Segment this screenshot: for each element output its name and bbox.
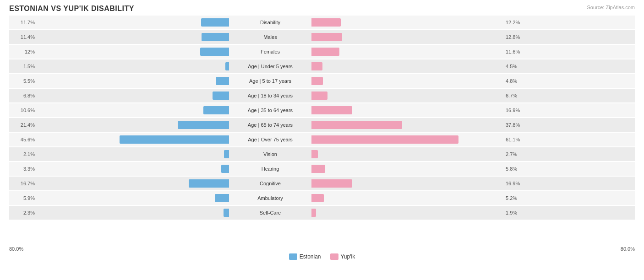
left-bar-container xyxy=(37,18,229,27)
right-bar xyxy=(311,18,341,27)
left-bar xyxy=(201,18,229,27)
left-bar-container xyxy=(37,106,229,114)
left-value: 21.4% xyxy=(9,122,37,128)
left-bar xyxy=(215,194,229,202)
row-label: Age | 18 to 34 years xyxy=(229,93,311,98)
left-value: 1.5% xyxy=(9,64,37,69)
right-bar xyxy=(311,62,322,70)
right-value: 11.6% xyxy=(504,49,531,54)
left-bar-container xyxy=(37,209,229,217)
right-bar xyxy=(311,92,327,100)
left-value: 2.1% xyxy=(9,151,37,157)
legend-label-estonian: Estonian xyxy=(300,253,321,260)
left-bar-container xyxy=(37,165,229,173)
x-axis: 80.0% 80.0% xyxy=(9,244,635,252)
chart-container: ESTONIAN VS YUP'IK DISABILITY Source: Zi… xyxy=(0,0,644,280)
chart-row: 45.6% Age | Over 75 years 61.1% xyxy=(9,133,635,146)
left-value: 11.7% xyxy=(9,20,37,25)
left-value: 5.9% xyxy=(9,195,37,201)
left-value: 2.3% xyxy=(9,210,37,215)
x-label-right: 80.0% xyxy=(621,246,635,252)
right-bar-container xyxy=(311,106,504,114)
chart-row: 11.4% Males 12.8% xyxy=(9,30,635,44)
left-bar xyxy=(200,48,229,56)
left-bar xyxy=(216,77,229,85)
right-bar-container xyxy=(311,48,504,56)
legend-color-yupik xyxy=(330,253,338,260)
left-bar-container xyxy=(37,92,229,100)
chart-row: 10.6% Age | 35 to 64 years 16.9% xyxy=(9,103,635,117)
right-value: 61.1% xyxy=(504,137,531,142)
chart-row: 11.7% Disability 12.2% xyxy=(9,16,635,29)
chart-row: 3.3% Hearing 5.8% xyxy=(9,162,635,176)
left-bar xyxy=(178,121,229,129)
right-value: 1.9% xyxy=(504,210,531,215)
chart-row: 12% Females 11.6% xyxy=(9,45,635,59)
right-value: 16.9% xyxy=(504,108,531,113)
right-bar xyxy=(311,194,324,202)
left-bar xyxy=(189,179,229,188)
row-label: Vision xyxy=(229,151,311,157)
right-bar-container xyxy=(311,18,504,27)
row-label: Age | 35 to 64 years xyxy=(229,108,311,113)
left-value: 12% xyxy=(9,49,37,54)
right-bar-container xyxy=(311,150,504,158)
legend: Estonian Yup'ik xyxy=(9,253,635,260)
left-bar-container xyxy=(37,121,229,129)
left-bar xyxy=(202,33,229,41)
right-value: 4.5% xyxy=(504,64,531,69)
row-label: Disability xyxy=(229,20,311,25)
right-value: 5.2% xyxy=(504,195,531,201)
right-value: 4.8% xyxy=(504,78,531,84)
chart-row: 5.5% Age | 5 to 17 years 4.8% xyxy=(9,74,635,88)
right-bar-container xyxy=(311,77,504,85)
legend-label-yupik: Yup'ik xyxy=(341,253,355,260)
right-bar xyxy=(311,165,325,173)
right-bar-container xyxy=(311,121,504,129)
row-label: Ambulatory xyxy=(229,195,311,201)
left-value: 3.3% xyxy=(9,166,37,172)
right-value: 6.7% xyxy=(504,93,531,98)
right-value: 12.2% xyxy=(504,20,531,25)
left-bar xyxy=(120,135,229,144)
right-value: 5.8% xyxy=(504,166,531,172)
left-value: 5.5% xyxy=(9,78,37,84)
right-bar xyxy=(311,209,316,217)
right-bar xyxy=(311,48,339,56)
right-bar-container xyxy=(311,135,504,144)
row-label: Self-Care xyxy=(229,210,311,215)
right-bar-container xyxy=(311,165,504,173)
left-bar-container xyxy=(37,135,229,144)
left-bar xyxy=(225,62,229,70)
row-label: Age | Over 75 years xyxy=(229,137,311,142)
right-value: 37.8% xyxy=(504,122,531,128)
right-bar xyxy=(311,77,323,85)
left-bar-container xyxy=(37,62,229,70)
row-label: Age | 5 to 17 years xyxy=(229,78,311,84)
left-bar xyxy=(213,92,229,100)
left-bar-container xyxy=(37,48,229,56)
row-label: Females xyxy=(229,49,311,54)
right-bar-container xyxy=(311,62,504,70)
right-value: 12.8% xyxy=(504,34,531,40)
right-bar xyxy=(311,121,402,129)
chart-row: 16.7% Cognitive 16.9% xyxy=(9,177,635,190)
row-label: Hearing xyxy=(229,166,311,172)
source-label: Source: ZipAtlas.com xyxy=(587,5,635,10)
chart-row: 2.1% Vision 2.7% xyxy=(9,147,635,161)
chart-row: 2.3% Self-Care 1.9% xyxy=(9,206,635,220)
left-bar xyxy=(224,150,229,158)
x-label-left: 80.0% xyxy=(9,246,23,252)
left-value: 16.7% xyxy=(9,181,37,186)
right-bar-container xyxy=(311,92,504,100)
left-value: 11.4% xyxy=(9,34,37,40)
left-value: 6.8% xyxy=(9,93,37,98)
legend-color-estonian xyxy=(289,253,297,260)
chart-row: 21.4% Age | 65 to 74 years 37.8% xyxy=(9,118,635,132)
right-bar xyxy=(311,106,352,114)
legend-item-yupik: Yup'ik xyxy=(330,253,355,260)
row-label: Age | 65 to 74 years xyxy=(229,122,311,128)
row-label: Males xyxy=(229,34,311,40)
chart-row: 6.8% Age | 18 to 34 years 6.7% xyxy=(9,89,635,102)
left-value: 10.6% xyxy=(9,108,37,113)
